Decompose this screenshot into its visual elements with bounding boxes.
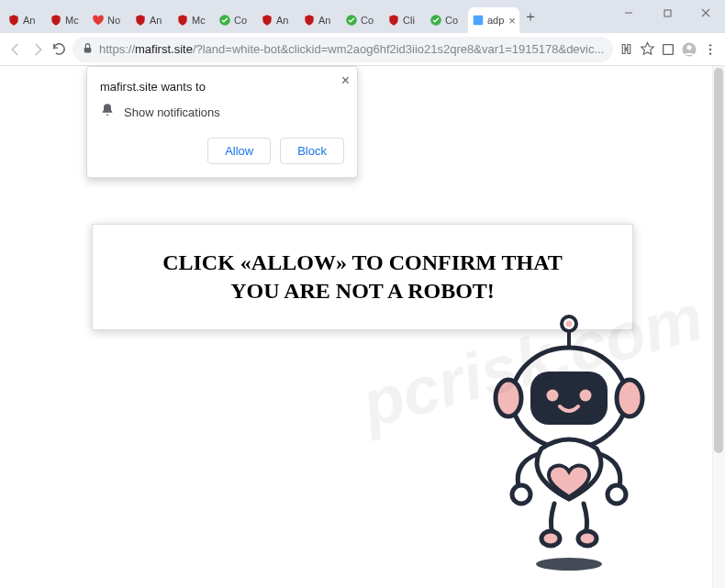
svg-point-25 [608, 485, 626, 504]
tab-label: An [318, 15, 330, 26]
browser-tab-5[interactable]: Co [215, 7, 257, 33]
tab-label: Co [234, 15, 247, 26]
bell-icon [100, 103, 115, 121]
forward-button[interactable] [29, 37, 46, 62]
svg-point-26 [541, 531, 560, 546]
prompt-site-label: mafirst.site wants to [100, 80, 344, 94]
tab-label: adp [487, 15, 504, 26]
scrollbar-track[interactable] [712, 66, 725, 588]
tab-label: An [150, 15, 162, 26]
tab-favicon-icon [7, 14, 20, 27]
browser-tabs: AnMcNoAnMcCoAnAnCoCliCoadp× [0, 0, 519, 33]
window-title-bar: AnMcNoAnMcCoAnAnCoCliCoadp× ＋ [0, 0, 725, 33]
tab-favicon-icon [50, 14, 62, 27]
svg-rect-9 [664, 44, 674, 54]
svg-rect-21 [530, 372, 608, 425]
svg-rect-5 [664, 10, 671, 17]
browser-tab-9[interactable]: Cli [384, 7, 426, 33]
browser-tab-2[interactable]: No [88, 7, 130, 33]
allow-button[interactable]: Allow [207, 138, 271, 164]
tab-close-icon[interactable]: × [508, 14, 516, 28]
svg-point-14 [709, 52, 711, 54]
svg-point-13 [709, 48, 711, 50]
svg-point-28 [536, 558, 602, 571]
browser-tab-4[interactable]: Mc [173, 7, 215, 33]
tab-label: Co [445, 15, 458, 26]
browser-tab-6[interactable]: An [257, 7, 299, 33]
tab-favicon-icon [261, 14, 273, 27]
svg-point-12 [709, 44, 711, 46]
svg-point-24 [512, 485, 530, 504]
page-content: pcrisk.com × mafirst.site wants to Show … [0, 66, 725, 588]
svg-point-20 [617, 380, 642, 416]
block-button[interactable]: Block [280, 138, 344, 164]
window-controls [609, 0, 725, 26]
url-text: https://mafirst.site/?land=white-bot&cli… [99, 42, 604, 56]
robot-illustration [459, 311, 679, 581]
svg-point-27 [578, 531, 597, 546]
notification-permission-prompt: × mafirst.site wants to Show notificatio… [86, 66, 358, 178]
tab-favicon-icon [429, 14, 442, 27]
tab-label: Mc [192, 15, 206, 26]
tab-label: An [23, 15, 35, 26]
tab-label: Mc [65, 15, 79, 26]
share-icon[interactable] [619, 37, 634, 62]
tab-favicon-icon [134, 14, 147, 27]
svg-point-23 [580, 390, 592, 402]
tab-label: Co [361, 15, 374, 26]
svg-rect-8 [84, 47, 92, 51]
browser-tab-7[interactable]: An [299, 7, 341, 33]
profile-icon[interactable] [681, 37, 697, 62]
close-icon[interactable]: × [341, 72, 350, 89]
scrollbar-thumb[interactable] [714, 68, 723, 453]
tab-label: An [276, 15, 288, 26]
address-bar[interactable]: https://mafirst.site/?land=white-bot&cli… [72, 37, 613, 62]
back-button[interactable] [7, 37, 24, 62]
tab-label: Cli [403, 15, 415, 26]
browser-tab-0[interactable]: An [4, 7, 46, 33]
tab-favicon-icon [176, 14, 189, 27]
tab-favicon-icon [472, 14, 485, 27]
bookmark-icon[interactable] [640, 37, 655, 62]
browser-toolbar: https://mafirst.site/?land=white-bot&cli… [0, 33, 725, 66]
close-window-button[interactable] [686, 0, 725, 26]
lock-icon [82, 42, 94, 57]
browser-tab-1[interactable]: Mc [46, 7, 88, 33]
svg-point-16 [566, 321, 573, 327]
tab-favicon-icon [303, 14, 316, 27]
svg-rect-3 [474, 16, 484, 26]
prompt-text: Show notifications [124, 105, 220, 119]
minimize-button[interactable] [609, 0, 648, 26]
reload-button[interactable] [51, 37, 67, 62]
browser-tab-10[interactable]: Co [426, 7, 468, 33]
tab-favicon-icon [387, 14, 400, 27]
confirm-message-text: CLICK «ALLOW» TO CONFIRM THAT YOU ARE NO… [111, 249, 614, 305]
tab-favicon-icon [345, 14, 358, 27]
browser-tab-11[interactable]: adp× [468, 7, 519, 33]
browser-tab-8[interactable]: Co [341, 7, 384, 33]
maximize-button[interactable] [648, 0, 686, 26]
svg-point-22 [547, 390, 559, 402]
tab-favicon-icon [92, 14, 105, 27]
svg-point-11 [687, 45, 692, 50]
tab-label: No [107, 15, 120, 26]
new-tab-button[interactable]: ＋ [519, 6, 541, 28]
browser-tab-3[interactable]: An [130, 7, 173, 33]
tab-favicon-icon [218, 14, 231, 27]
svg-point-19 [496, 380, 521, 416]
extensions-icon[interactable] [661, 37, 675, 62]
menu-icon[interactable] [703, 37, 718, 62]
